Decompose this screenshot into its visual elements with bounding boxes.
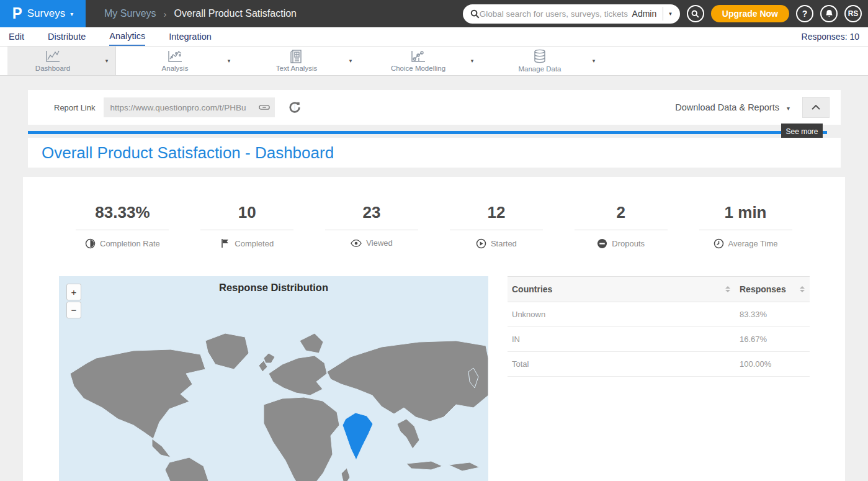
global-search[interactable]: Admin ▾ [463, 4, 680, 24]
link-icon[interactable] [259, 103, 270, 112]
avatar[interactable]: RS [844, 5, 862, 22]
choice-modelling-caret-icon[interactable]: ▾ [463, 47, 481, 75]
stat-dropouts: 2 Dropouts [558, 203, 683, 249]
choice-modelling-label: Choice Modelling [391, 65, 445, 72]
world-map[interactable] [59, 297, 488, 481]
responses-column-header[interactable]: Responses [735, 277, 810, 302]
toolbar-group-manage-data: Manage Data ▾ [494, 47, 602, 75]
play-circle-icon [476, 238, 486, 249]
see-more-toggle-button[interactable] [802, 97, 830, 118]
started-label: Started [491, 239, 517, 248]
title-bar: Overall Product Satisfaction - Dashboard [28, 138, 841, 168]
responses-cell: 83.33% [735, 302, 810, 327]
greenland-shape [205, 333, 249, 369]
question-icon: ? [802, 9, 808, 19]
countries-table-panel: Countries Responses [508, 276, 810, 481]
southeast-asia-shape [397, 419, 419, 449]
divider [699, 230, 792, 230]
viewed-label: Viewed [366, 238, 392, 248]
text-analysis-label: Text Analysis [276, 65, 317, 72]
avatar-initials: RS [848, 9, 859, 18]
divider [76, 230, 169, 230]
page-title: Overall Product Satisfaction - Dashboard [42, 143, 334, 163]
download-data-reports-dropdown[interactable]: Download Data & Reports ▾ [675, 102, 790, 112]
dropouts-value: 2 [558, 203, 683, 222]
dashboard-content: 83.33% Completion Rate 10 Completed 23 V… [23, 177, 845, 481]
report-bar-right: Download Data & Reports ▾ [675, 97, 830, 118]
tab-distribute[interactable]: Distribute [48, 29, 86, 45]
sort-responses-icon[interactable] [800, 286, 805, 292]
manage-data-caret-icon[interactable]: ▾ [585, 47, 602, 75]
search-input[interactable] [480, 9, 629, 19]
download-label: Download Data & Reports [675, 102, 779, 112]
help-button[interactable]: ? [796, 5, 813, 22]
database-icon [532, 49, 547, 64]
tab-integration[interactable]: Integration [169, 29, 212, 45]
north-america-shape [70, 349, 205, 439]
countries-table: Countries Responses [508, 276, 810, 377]
table-row: IN 16.67% [508, 327, 810, 352]
analysis-label: Analysis [162, 65, 189, 72]
table-header-row: Countries Responses [508, 277, 810, 302]
dropouts-label: Dropouts [612, 239, 645, 248]
eye-icon [351, 239, 362, 248]
analysis-caret-icon[interactable]: ▾ [220, 47, 238, 75]
divider [450, 230, 543, 230]
stats-row: 83.33% Completion Rate 10 Completed 23 V… [23, 177, 845, 249]
dashboard-caret-icon[interactable]: ▾ [98, 47, 115, 75]
report-link-field[interactable]: https://www.questionpro.com/t/PHBu [104, 97, 275, 117]
countries-header-label: Countries [512, 284, 552, 294]
europe-shape [264, 353, 327, 395]
report-link-url[interactable]: https://www.questionpro.com/t/PHBu [110, 103, 259, 112]
dashboard-button[interactable]: Dashboard [7, 47, 98, 75]
report-link-label: Report Link [54, 103, 95, 112]
analysis-button[interactable]: Analysis [130, 47, 220, 75]
sort-countries-icon[interactable] [725, 286, 730, 292]
tab-analytics[interactable]: Analytics [109, 28, 145, 46]
notifications-button[interactable] [820, 5, 838, 22]
stat-started: 12 Started [434, 203, 558, 249]
responses-header-label: Responses [740, 284, 786, 294]
responses-count: Responses: 10 [802, 32, 859, 42]
search-button[interactable] [687, 5, 704, 22]
completion-rate-label: Completion Rate [100, 239, 160, 248]
country-cell: Unknown [508, 302, 735, 327]
pie-icon [85, 238, 96, 249]
scatter-chart-icon [167, 50, 183, 63]
table-row: Unknown 83.33% [508, 302, 810, 327]
toolbar-group-choice-modelling: Choice Modelling ▾ [373, 47, 481, 75]
completed-value: 10 [185, 203, 310, 222]
africa-shape [264, 397, 339, 481]
stat-completion-rate: 83.33% Completion Rate [60, 203, 185, 249]
responses-cell: 16.67% [735, 327, 810, 352]
manage-data-label: Manage Data [518, 65, 561, 73]
text-analysis-button[interactable]: Text Analysis [251, 47, 342, 75]
countries-column-header[interactable]: Countries [508, 277, 735, 302]
response-distribution-map[interactable]: Response Distribution + − [59, 276, 488, 481]
manage-data-button[interactable]: Manage Data [494, 47, 585, 75]
dashboard-label: Dashboard [35, 65, 70, 72]
search-icon [691, 10, 699, 18]
text-analysis-caret-icon[interactable]: ▾ [342, 47, 359, 75]
search-icon [470, 9, 480, 19]
search-scope-selector[interactable]: Admin [629, 7, 664, 20]
product-name: Surveys [27, 7, 65, 20]
tab-edit[interactable]: Edit [9, 29, 24, 45]
search-scope-caret-icon[interactable]: ▾ [663, 11, 678, 17]
average-time-value: 1 min [683, 203, 808, 222]
topbar-actions: Admin ▾ Upgrade Now ? RS [463, 4, 862, 24]
scandinavia-shape [300, 333, 323, 353]
chevron-down-icon: ▾ [70, 11, 73, 17]
chevron-up-icon [812, 105, 820, 110]
live-report-globe-icon[interactable] [289, 101, 301, 114]
surveys-menu[interactable]: P Surveys ▾ [0, 0, 86, 27]
analytics-toolbar: Dashboard ▾ Analysis ▾ Text Analysis ▾ C… [0, 47, 868, 76]
breadcrumb-my-surveys[interactable]: My Surveys [104, 8, 156, 19]
choice-modelling-button[interactable]: Choice Modelling [373, 47, 463, 75]
asia-shape [327, 341, 488, 421]
toolbar-group-text-analysis: Text Analysis ▾ [251, 47, 359, 75]
top-bar: P Surveys ▾ My Surveys › Overall Product… [0, 0, 868, 27]
upgrade-now-button[interactable]: Upgrade Now [711, 5, 789, 22]
responses-cell: 100.00% [735, 352, 810, 377]
table-row: Total 100.00% [508, 352, 810, 377]
